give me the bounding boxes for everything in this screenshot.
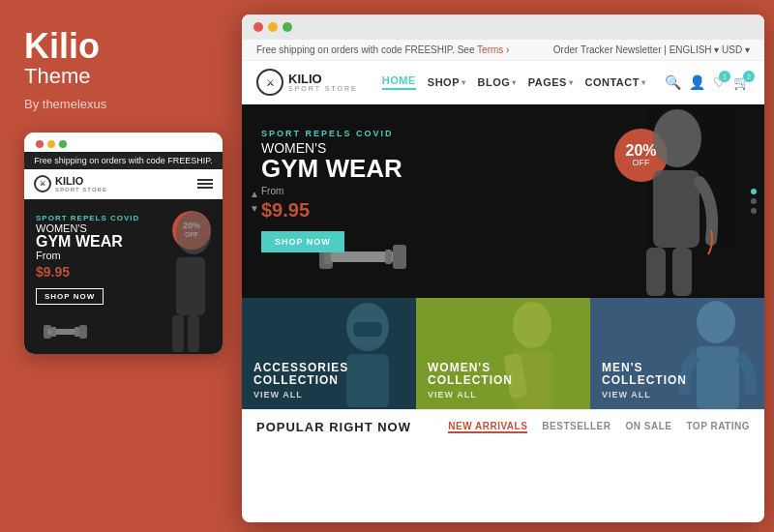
mobile-woman-figure	[145, 204, 223, 354]
mobile-logo-text: KILIO	[55, 175, 107, 187]
nav-blog[interactable]: BLOG ▾	[477, 74, 516, 90]
hero-eyebrow: SPORT REPELS COVID	[261, 129, 402, 138]
hero-woman-figure	[561, 104, 735, 298]
mobile-dot-green	[59, 140, 67, 148]
svg-rect-20	[353, 322, 382, 337]
mobile-hero-price: $9.95	[36, 264, 139, 280]
mobile-dot-red	[36, 140, 44, 148]
terms-link[interactable]: Terms	[475, 44, 504, 55]
nav-links: HOME SHOP ▾ BLOG ▾ PAGES ▾ CONTACT ▾	[382, 74, 650, 90]
svg-rect-6	[79, 325, 87, 339]
svg-rect-3	[188, 315, 199, 352]
mens-link[interactable]: VIEW ALL	[602, 390, 753, 399]
wishlist-badge: 1	[719, 71, 730, 82]
svg-rect-8	[74, 327, 79, 337]
mobile-mockup: Free shipping on orders with code FREESH…	[24, 133, 223, 354]
user-icon[interactable]: 👤	[689, 74, 705, 90]
collection-grid: ACCESSORIESCOLLECTION VIEW ALL WOMEN'SCO…	[242, 298, 764, 409]
hero-shop-now-button[interactable]: SHOP NOW	[261, 231, 344, 252]
tab-new-arrivals[interactable]: NEW ARRIVALS	[448, 421, 527, 433]
hero-price: $9.95	[261, 199, 402, 222]
tab-top-rating[interactable]: TOP RATING	[686, 421, 750, 433]
slider-dot-3[interactable]	[751, 208, 757, 214]
womens-label: WOMEN'SCOLLECTION	[428, 362, 579, 387]
hero-arrow-down[interactable]: ▼	[250, 203, 259, 214]
hero-from: From	[261, 186, 402, 196]
svg-point-9	[653, 109, 701, 167]
mobile-hero-from: From	[36, 250, 139, 261]
svg-rect-11	[646, 248, 666, 296]
womens-link[interactable]: VIEW ALL	[428, 390, 579, 399]
browser-bar	[242, 15, 764, 40]
mobile-top-bar	[24, 133, 223, 152]
nav-contact-arrow: ▾	[641, 78, 646, 87]
collection-womens[interactable]: WOMEN'SCOLLECTION VIEW ALL	[416, 298, 590, 409]
svg-rect-12	[672, 248, 692, 296]
slider-dot-1[interactable]	[751, 189, 757, 194]
desktop-mockup: Free shipping on orders with code FREESH…	[242, 15, 764, 522]
wishlist-icon[interactable]: ♡ 1	[713, 74, 726, 90]
brand-name: Kilio	[24, 29, 213, 64]
popular-bar: POPULAR RIGHT NOW NEW ARRIVALS BESTSELLE…	[242, 409, 764, 444]
svg-point-0	[176, 212, 211, 254]
browser-dot-green	[283, 22, 292, 32]
mobile-logo-sub: SPORT STORE	[55, 187, 107, 192]
slider-dot-2[interactable]	[751, 198, 757, 204]
announcement-text: Free shipping on orders with code FREESH…	[256, 44, 509, 55]
mobile-announcement: Free shipping on orders with code FREESH…	[24, 152, 223, 169]
accessories-label: ACCESSORIESCOLLECTION	[253, 362, 404, 387]
site-logo: ⚔ KILIO SPORT STORE	[256, 69, 358, 96]
tab-on-sale[interactable]: ON SALE	[625, 421, 671, 433]
left-panel: Kilio Theme By themelexus Free shipping …	[0, 0, 237, 532]
mobile-hero-content: SPORT REPELS COVID WOMEN'S GYM WEAR From…	[36, 214, 139, 305]
mobile-shop-now-button[interactable]: SHOP NOW	[36, 288, 104, 305]
mens-overlay: MEN'SCOLLECTION VIEW ALL	[590, 352, 764, 409]
svg-rect-2	[172, 315, 184, 352]
collection-mens[interactable]: MEN'SCOLLECTION VIEW ALL	[590, 298, 764, 409]
mobile-nav: ⚔ KILIO SPORT STORE	[24, 169, 223, 199]
nav-icons: 🔍 👤 ♡ 1 🛒 2	[665, 74, 750, 90]
brand-by: By themelexus	[24, 97, 213, 111]
brand-subtitle: Theme	[24, 64, 213, 89]
accessories-overlay: ACCESSORIESCOLLECTION VIEW ALL	[242, 352, 416, 409]
hero-arrow-up[interactable]: ▲	[250, 189, 259, 199]
browser-dot-yellow	[268, 22, 278, 32]
hero-slider-dots	[751, 189, 757, 214]
mobile-logo-icon: ⚔	[34, 175, 51, 192]
cart-icon[interactable]: 🛒 2	[733, 74, 750, 90]
tab-bestseller[interactable]: BESTSELLER	[542, 421, 610, 433]
womens-overlay: WOMEN'SCOLLECTION VIEW ALL	[416, 352, 590, 409]
nav-pages[interactable]: PAGES ▾	[528, 74, 574, 90]
site-logo-icon: ⚔	[256, 69, 283, 96]
mobile-dumbbell	[44, 317, 87, 346]
svg-rect-7	[51, 327, 56, 337]
hero-title-light: WOMEN'S	[261, 141, 402, 155]
hamburger-line-1	[197, 179, 213, 181]
nav-blog-arrow: ▾	[512, 78, 517, 87]
browser-dot-red	[253, 22, 263, 32]
svg-rect-10	[653, 170, 700, 248]
accessories-link[interactable]: VIEW ALL	[253, 390, 404, 399]
nav-pages-arrow: ▾	[569, 78, 574, 87]
nav-shop-arrow: ▾	[461, 78, 466, 87]
popular-title: POPULAR RIGHT NOW	[256, 420, 411, 434]
search-icon[interactable]: 🔍	[665, 74, 681, 90]
mens-label: MEN'SCOLLECTION	[602, 362, 753, 387]
mobile-hero: 20% OFF SPORT REPELS COVID WOMEN'S GYM W…	[24, 199, 223, 354]
mobile-dot-yellow	[47, 140, 55, 148]
mobile-hero-eyebrow: SPORT REPELS COVID	[36, 214, 139, 222]
hamburger-line-3	[197, 187, 213, 189]
hero-section: ▲ ▼ SPORT REPELS COVID WOMEN'S GYM WEAR …	[242, 104, 764, 298]
nav-home[interactable]: HOME	[382, 74, 416, 90]
nav-shop[interactable]: SHOP ▾	[428, 74, 466, 90]
svg-point-24	[697, 301, 735, 343]
hero-arrows: ▲ ▼	[250, 189, 259, 214]
nav-contact[interactable]: CONTACT ▾	[584, 74, 645, 90]
announcement-right: Order Tracker Newsletter | ENGLISH ▾ USD…	[553, 44, 750, 55]
mobile-hamburger-icon[interactable]	[197, 179, 213, 189]
svg-point-21	[513, 302, 551, 348]
svg-rect-1	[176, 257, 205, 315]
mobile-logo: ⚔ KILIO SPORT STORE	[34, 175, 107, 192]
collection-accessories[interactable]: ACCESSORIESCOLLECTION VIEW ALL	[242, 298, 416, 409]
hamburger-line-2	[197, 183, 213, 185]
